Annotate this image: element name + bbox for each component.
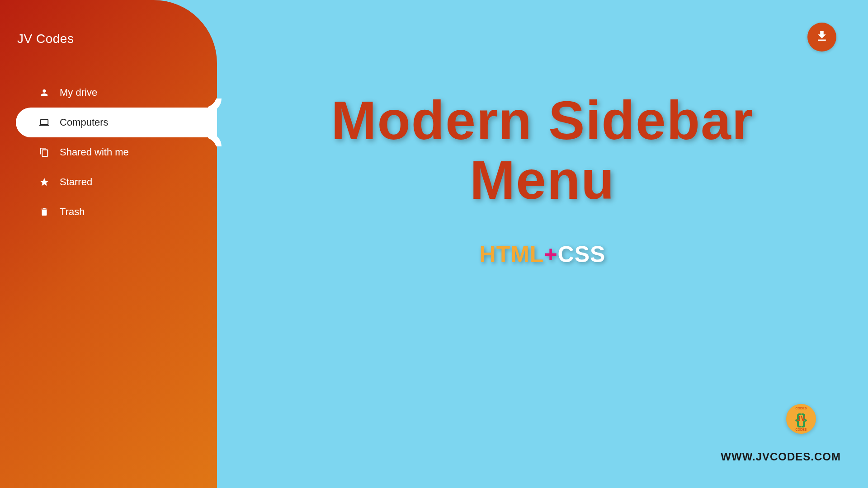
website-url: WWW.JVCODES.COM [721, 450, 841, 463]
sidebar-item-label: Computers [60, 117, 108, 128]
sidebar-item-trash[interactable]: Trash [0, 197, 217, 227]
sidebar-item-label: Trash [60, 206, 85, 218]
download-button[interactable] [807, 23, 836, 52]
sidebar-menu: My drive Computers Shared with me Starre… [0, 78, 217, 227]
star-icon [39, 177, 50, 188]
logo-codes-top: CODES [796, 407, 807, 410]
person-icon [39, 87, 50, 98]
subtitle: HTML+CSS [217, 241, 868, 267]
subtitle-html: HTML [480, 242, 544, 267]
sidebar-title: JV Codes [0, 0, 217, 46]
subtitle-plus: + [544, 242, 557, 267]
logo-codes-bottom: CODES [796, 428, 807, 431]
sidebar-item-label: My drive [60, 87, 97, 99]
download-icon [815, 29, 829, 45]
laptop-icon [39, 117, 50, 128]
sidebar-item-starred[interactable]: Starred [0, 167, 217, 197]
logo-badge: CODES { JV } CODES [786, 404, 816, 434]
sidebar: JV Codes My drive Computers Shared with … [0, 0, 217, 488]
logo-jv: JV [797, 415, 806, 423]
subtitle-css: CSS [558, 242, 606, 267]
sidebar-item-label: Starred [60, 176, 92, 188]
sidebar-item-label: Shared with me [60, 146, 129, 158]
main-title: Modern Sidebar Menu [217, 90, 868, 210]
title-line-1: Modern Sidebar [331, 90, 754, 150]
sidebar-item-my-drive[interactable]: My drive [0, 78, 217, 108]
title-line-2: Menu [470, 150, 615, 210]
trash-icon [39, 206, 50, 217]
main-content: Modern Sidebar Menu HTML+CSS CODES { JV … [217, 0, 868, 488]
shared-icon [39, 147, 50, 158]
sidebar-item-computers[interactable]: Computers [16, 108, 217, 137]
sidebar-item-shared[interactable]: Shared with me [0, 137, 217, 167]
